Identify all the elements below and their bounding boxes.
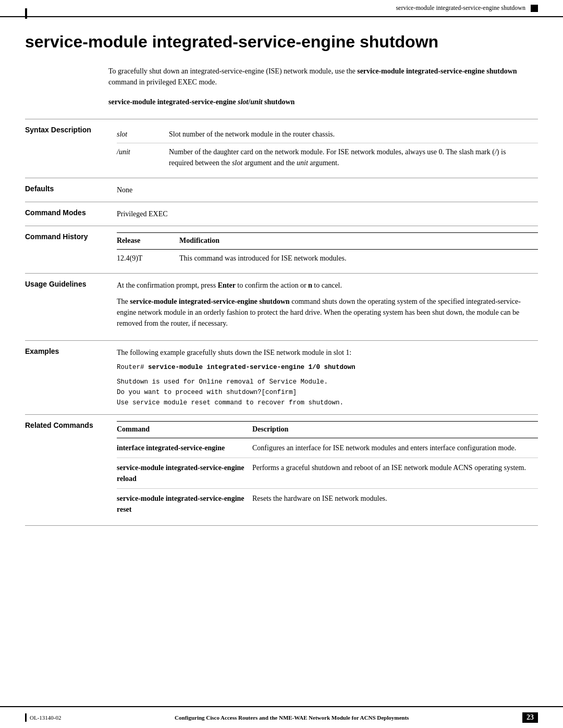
command-modes-value: Privileged EXEC bbox=[117, 210, 168, 218]
header-bar: service-module integrated-service-engine… bbox=[0, 0, 563, 17]
header-right-icon bbox=[531, 5, 538, 12]
examples-command: Router# service-module integrated-servic… bbox=[117, 362, 538, 373]
syntax-description-row: Syntax Description slot Slot number of t… bbox=[25, 119, 538, 178]
page: service-module integrated-service-engine… bbox=[0, 0, 563, 728]
cmd-history-row-1: 12.4(9)T This command was introduced for… bbox=[117, 250, 538, 267]
page-title: service-module integrated-service-engine… bbox=[25, 33, 538, 51]
param-unit-name: /unit bbox=[117, 143, 169, 172]
syntax-command-line: service-module integrated-service-engine… bbox=[108, 98, 538, 106]
syntax-description-content: slot Slot number of the network module i… bbox=[108, 119, 538, 178]
defaults-value: None bbox=[117, 186, 132, 194]
sections-table: Syntax Description slot Slot number of t… bbox=[25, 119, 538, 526]
param-slot-name: slot bbox=[117, 126, 169, 143]
command-modes-row: Command Modes Privileged EXEC bbox=[25, 202, 538, 226]
cmd-history-col-release: Release bbox=[117, 233, 179, 250]
related-cmd-1: interface integrated-service-engine bbox=[117, 438, 252, 458]
syntax-slot: slot bbox=[238, 98, 248, 106]
header-left-bar bbox=[25, 8, 27, 19]
command-history-label: Command History bbox=[25, 226, 108, 274]
command-history-content: Release Modification 12.4(9)T This comma… bbox=[108, 226, 538, 274]
usage-guidelines-content: At the confirmation prompt, press Enter … bbox=[108, 274, 538, 341]
examples-label: Examples bbox=[25, 341, 108, 415]
command-history-table: Release Modification 12.4(9)T This comma… bbox=[117, 232, 538, 267]
related-row-1: interface integrated-service-engine Conf… bbox=[117, 438, 538, 458]
footer: OL-13140-02 Configuring Cisco Access Rou… bbox=[0, 706, 563, 728]
syntax-desc-table: slot Slot number of the network module i… bbox=[117, 126, 538, 171]
command-modes-label: Command Modes bbox=[25, 202, 108, 226]
cmd-history-col-modification: Modification bbox=[179, 233, 538, 250]
defaults-content: None bbox=[108, 178, 538, 202]
examples-row: Examples The following example gracefull… bbox=[25, 341, 538, 415]
related-cmd-2: service-module integrated-service-engine… bbox=[117, 458, 252, 489]
usage-para-2: The service-module integrated-service-en… bbox=[117, 296, 538, 329]
related-col-description: Description bbox=[252, 422, 538, 438]
cmd-history-header: Release Modification bbox=[117, 233, 538, 250]
related-commands-row: Related Commands Command Description int… bbox=[25, 415, 538, 526]
related-commands-table: Command Description interface integrated… bbox=[117, 421, 538, 519]
usage-guidelines-label: Usage Guidelines bbox=[25, 274, 108, 341]
examples-content: The following example gracefully shuts d… bbox=[108, 341, 538, 415]
param-unit-desc: Number of the daughter card on the netwo… bbox=[169, 143, 538, 172]
intro-text-after: command in privileged EXEC mode. bbox=[108, 78, 217, 86]
related-header: Command Description bbox=[117, 422, 538, 438]
syntax-param-slot: slot Slot number of the network module i… bbox=[117, 126, 538, 143]
defaults-label: Defaults bbox=[25, 178, 108, 202]
examples-output: Shutdown is used for Online removal of S… bbox=[117, 377, 538, 408]
syntax-suffix: shutdown bbox=[263, 98, 295, 106]
main-content: service-module integrated-service-engine… bbox=[0, 17, 563, 557]
param-slot-desc: Slot number of the network module in the… bbox=[169, 126, 538, 143]
command-modes-content: Privileged EXEC bbox=[108, 202, 538, 226]
footer-page-number: 23 bbox=[522, 712, 538, 723]
syntax-param-unit: /unit Number of the daughter card on the… bbox=[117, 143, 538, 172]
related-row-2: service-module integrated-service-engine… bbox=[117, 458, 538, 489]
related-desc-1: Configures an interface for ISE network … bbox=[252, 438, 538, 458]
header-title: service-module integrated-service-engine… bbox=[396, 4, 525, 12]
defaults-row: Defaults None bbox=[25, 178, 538, 202]
related-desc-2: Performs a graceful shutdown and reboot … bbox=[252, 458, 538, 489]
syntax-unit: unit bbox=[250, 98, 262, 106]
command-history-row: Command History Release Modification 12.… bbox=[25, 226, 538, 274]
cmd-history-modification-1: This command was introduced for ISE netw… bbox=[179, 250, 538, 267]
syntax-prefix: service-module integrated-service-engine bbox=[108, 98, 238, 106]
intro-paragraph: To gracefully shut down an integrated-se… bbox=[108, 66, 538, 88]
cmd-history-release-1: 12.4(9)T bbox=[117, 250, 179, 267]
footer-center-text: Configuring Cisco Access Routers and the… bbox=[62, 714, 523, 721]
footer-left-label: OL-13140-02 bbox=[30, 714, 62, 721]
related-row-3: service-module integrated-service-engine… bbox=[117, 489, 538, 520]
usage-guidelines-row: Usage Guidelines At the confirmation pro… bbox=[25, 274, 538, 341]
related-col-command: Command bbox=[117, 422, 252, 438]
related-commands-content: Command Description interface integrated… bbox=[108, 415, 538, 526]
examples-intro: The following example gracefully shuts d… bbox=[117, 347, 538, 358]
related-cmd-3: service-module integrated-service-engine… bbox=[117, 489, 252, 520]
syntax-description-label: Syntax Description bbox=[25, 119, 108, 178]
related-desc-3: Resets the hardware on ISE network modul… bbox=[252, 489, 538, 520]
intro-bold-command: service-module integrated-service-engine… bbox=[357, 67, 517, 75]
intro-text-before: To gracefully shut down an integrated-se… bbox=[108, 67, 357, 75]
usage-para-1: At the confirmation prompt, press Enter … bbox=[117, 280, 538, 291]
related-commands-label: Related Commands bbox=[25, 415, 108, 526]
footer-left-bar bbox=[25, 713, 27, 722]
